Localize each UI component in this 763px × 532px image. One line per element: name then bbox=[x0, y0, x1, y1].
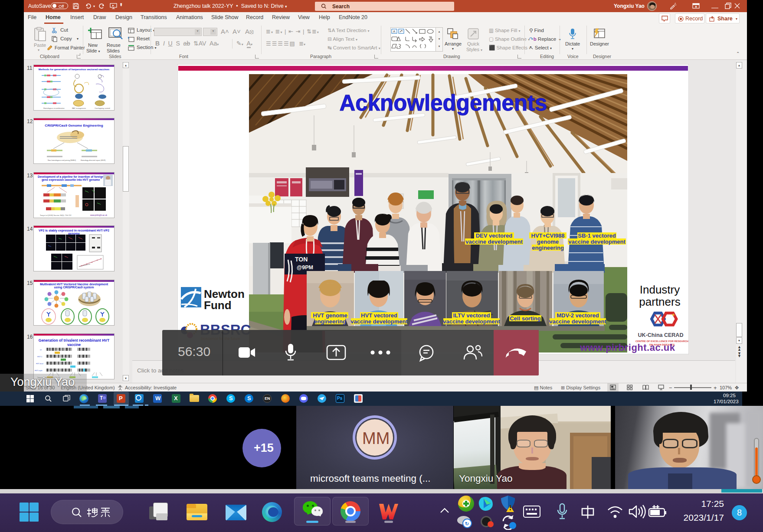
svg-text:UK-China CERAD: UK-China CERAD bbox=[638, 332, 684, 338]
svg-text:Industry: Industry bbox=[640, 283, 680, 296]
svg-text:ILTV vectored: ILTV vectored bbox=[453, 312, 490, 319]
svg-text:Homologous recombination: Homologous recombination bbox=[43, 107, 65, 109]
svg-text:vaccine development: vaccine development bbox=[443, 318, 500, 325]
svg-text:wt: wt bbox=[40, 349, 42, 351]
svg-text:TON: TON bbox=[295, 256, 308, 263]
svg-text:vaccine development: vaccine development bbox=[350, 318, 408, 325]
svg-text:genome: genome bbox=[537, 238, 559, 245]
svg-text:Overlapping cosmid: Overlapping cosmid bbox=[95, 107, 110, 109]
svg-text:vaccine development: vaccine development bbox=[465, 238, 523, 245]
svg-text:Homology-directed repair (HDR): Homology-directed repair (HDR) bbox=[81, 159, 106, 161]
svg-text:HVT-dual: HVT-dual bbox=[36, 362, 43, 365]
svg-text:vaccine development: vaccine development bbox=[568, 238, 625, 245]
svg-text:engineering: engineering bbox=[314, 318, 346, 325]
svg-text:Non-homologous end joining (NH: Non-homologous end joining (NHEJ) bbox=[48, 159, 76, 161]
svg-text:HVT genome: HVT genome bbox=[313, 312, 347, 319]
svg-text:A: A bbox=[393, 29, 396, 33]
svg-text:www.pirbright.ac.uk: www.pirbright.ac.uk bbox=[90, 214, 108, 216]
svg-text:SB-1 vectored: SB-1 vectored bbox=[578, 232, 616, 239]
svg-text:HVT+CVI988: HVT+CVI988 bbox=[531, 232, 565, 239]
svg-text:★: ★ bbox=[671, 313, 675, 317]
svg-text:www.pirbright.ac.uk: www.pirbright.ac.uk bbox=[580, 342, 675, 353]
svg-text:@9PM: @9PM bbox=[297, 264, 313, 271]
svg-text:Cell sorting: Cell sorting bbox=[510, 315, 541, 322]
svg-text:HVT-1: HVT-1 bbox=[37, 356, 43, 358]
svg-text:Acknowledgements: Acknowledgements bbox=[340, 91, 547, 115]
svg-text:engineering: engineering bbox=[532, 245, 564, 251]
svg-text:DEV vectored: DEV vectored bbox=[476, 232, 513, 239]
svg-text:BAC mutagenesis: BAC mutagenesis bbox=[72, 107, 86, 109]
svg-text:partners: partners bbox=[639, 295, 680, 308]
svg-text:vaccine development: vaccine development bbox=[549, 318, 606, 325]
svg-text:HVT vectored: HVT vectored bbox=[361, 312, 397, 319]
svg-text:MDV-2 vectored: MDV-2 vectored bbox=[557, 312, 599, 319]
svg-text:HVT-triple: HVT-triple bbox=[35, 369, 43, 372]
svg-text:Fund: Fund bbox=[204, 299, 232, 312]
svg-text:Tang et al (2018) Vaccine 36(: Tang et al (2018) Vaccine 36(5): 716-722 bbox=[40, 214, 72, 216]
